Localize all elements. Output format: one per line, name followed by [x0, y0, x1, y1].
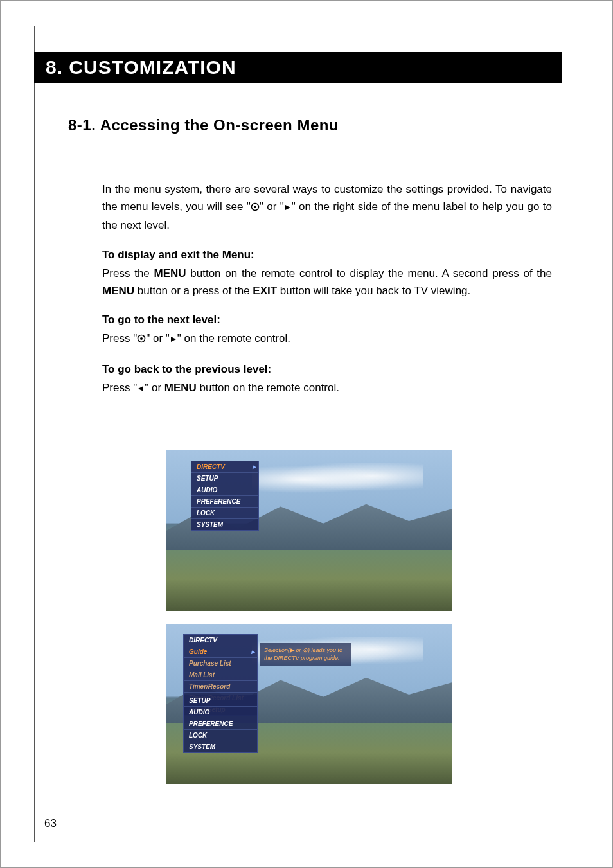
section-title: 8-1. Accessing the On-screen Menu — [68, 116, 339, 134]
osd-description-panel: Selection(▶ or ⊙) leads you to the DIREC… — [260, 643, 351, 666]
enter-dot-icon — [137, 331, 146, 348]
osd-submenu-item: Guide▸ — [184, 646, 257, 658]
menu-word: MENU — [154, 267, 186, 279]
sub3-paragraph: Press "" or MENU button on the remote co… — [102, 379, 552, 398]
osd-menu-panel-1: DIRECTV▸SETUPAUDIOPREFERENCELOCKSYSTEM — [191, 461, 259, 531]
osd-menu-item: SYSTEM — [184, 741, 257, 752]
tv-background-1: DIRECTV▸SETUPAUDIOPREFERENCELOCKSYSTEM — [166, 450, 452, 611]
sub2-paragraph: Press "" or "" on the remote control. — [102, 330, 552, 348]
tv-background-2: DIRECTVGuide▸Purchase ListMail ListTimer… — [166, 624, 452, 784]
screenshot-1: DIRECTV▸SETUPAUDIOPREFERENCELOCKSYSTEM — [166, 450, 452, 611]
osd-menu-item: LOCK — [191, 508, 258, 519]
clouds-graphic — [252, 463, 423, 495]
osd-menu-item: AUDIO — [191, 484, 258, 496]
osd-menu-item: PREFERENCE — [191, 496, 258, 508]
svg-point-1 — [254, 206, 256, 208]
osd-submenu-item: Timer/Record — [184, 681, 257, 693]
chapter-header-bar: 8. CUSTOMIZATION — [34, 52, 562, 83]
osd-submenu-item: Mail List — [184, 669, 257, 681]
osd-menu-item: AUDIO — [184, 707, 257, 718]
exit-word: EXIT — [253, 285, 277, 297]
sub2-b: " or " — [146, 332, 170, 344]
sub2-title: To go to the next level: — [102, 311, 552, 328]
osd-menu-panel-2-footer: SETUPAUDIOPREFERENCELOCKSYSTEM — [183, 695, 258, 753]
sub3-b: " or — [145, 382, 164, 394]
osd-menu-item: PREFERENCE — [184, 718, 257, 730]
enter-dot-icon — [251, 199, 260, 217]
chapter-title: 8. CUSTOMIZATION — [46, 57, 236, 78]
sub1-a: Press the — [102, 267, 154, 279]
sub3-title: To go back to the previous level: — [102, 360, 552, 378]
svg-point-3 — [140, 337, 143, 340]
manual-page: 8. CUSTOMIZATION 8-1. Accessing the On-s… — [0, 0, 613, 868]
intro-text-b: " or " — [260, 200, 284, 213]
sub1-b: button on the remote control to display … — [186, 267, 552, 279]
menu-word-3: MENU — [164, 382, 197, 394]
osd-menu-item: SETUP — [184, 695, 257, 707]
osd-menu-item: LOCK — [184, 730, 257, 741]
left-arrow-icon — [137, 380, 145, 398]
sub1-c: button or a press of the — [134, 285, 253, 297]
sub2-a: Press " — [102, 332, 137, 344]
osd-menu-item: SYSTEM — [191, 519, 258, 530]
screenshot-2: DIRECTVGuide▸Purchase ListMail ListTimer… — [166, 624, 452, 784]
sub3-a: Press " — [102, 382, 137, 394]
sub1-title: To display and exit the Menu: — [102, 246, 552, 263]
right-arrow-icon — [170, 331, 177, 348]
sub1-paragraph: Press the MENU button on the remote cont… — [102, 265, 552, 299]
osd-menu-item: SETUP — [191, 473, 258, 484]
intro-paragraph: In the menu system, there are several wa… — [102, 181, 552, 235]
sub3-c: button on the remote control. — [197, 382, 339, 394]
osd-submenu-item: Purchase List — [184, 658, 257, 669]
sub2-c: " on the remote control. — [177, 332, 290, 344]
page-number: 63 — [44, 817, 57, 830]
osd-menu-item: DIRECTV▸ — [191, 461, 258, 473]
right-arrow-icon — [284, 199, 292, 217]
osd-menu-header: DIRECTV — [184, 635, 257, 646]
body-text: In the menu system, there are several wa… — [102, 181, 552, 409]
sub1-d: button will take you back to TV viewing. — [277, 285, 470, 297]
menu-word-2: MENU — [102, 285, 134, 297]
